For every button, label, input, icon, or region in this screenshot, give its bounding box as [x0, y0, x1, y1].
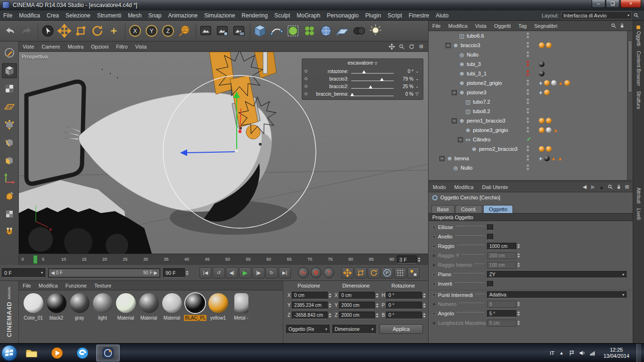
action-center-icon[interactable]: [568, 349, 576, 357]
value-field[interactable]: 5 cm: [487, 320, 516, 327]
collapse-toggle[interactable]: −: [452, 90, 457, 95]
orbit-icon[interactable]: [406, 42, 416, 51]
end-frame-field[interactable]: 90 F: [163, 268, 193, 278]
texture-tag-orange[interactable]: [546, 42, 552, 48]
side-tab-livelli[interactable]: Livelli: [636, 208, 641, 220]
chevron-down-icon[interactable]: ⌄: [415, 76, 419, 81]
apply-button[interactable]: Applica: [380, 324, 423, 334]
visibility-dots[interactable]: [527, 32, 529, 39]
material-menu-file[interactable]: File: [19, 283, 35, 288]
lock-move-button[interactable]: [341, 267, 354, 279]
primitive-cube-icon[interactable]: [252, 23, 268, 39]
keyframe-dot-icon[interactable]: [432, 273, 436, 276]
maximize-icon[interactable]: ⊞: [416, 42, 426, 51]
am-mode-modo[interactable]: Modo: [429, 184, 450, 190]
spinner-icon[interactable]: [423, 291, 426, 300]
value-field[interactable]: 8: [487, 301, 516, 308]
viewport-menu-opzioni[interactable]: Opzioni: [87, 44, 112, 49]
spinner-icon[interactable]: [376, 301, 379, 310]
value-field[interactable]: 1000 cm: [487, 243, 516, 250]
side-tab-oggetti[interactable]: Oggetti: [636, 25, 641, 46]
search-icon-menubar[interactable]: [632, 12, 640, 19]
hud-slider-handle[interactable]: [362, 68, 366, 74]
record-options-button[interactable]: ?: [323, 267, 334, 278]
timeline-playhead[interactable]: [33, 255, 38, 264]
warning-icon[interactable]: ▲: [558, 81, 563, 86]
viewport-menu-viste[interactable]: Viste: [19, 44, 38, 49]
last-tool-icon[interactable]: [106, 23, 122, 39]
visibility-dots[interactable]: [527, 41, 529, 48]
spinner-icon[interactable]: [418, 255, 421, 264]
viewport-menu-filtro[interactable]: Filtro: [112, 44, 131, 49]
visibility-dots[interactable]: [527, 51, 529, 58]
workplane-mode-icon[interactable]: [2, 99, 17, 114]
collapse-toggle[interactable]: −: [452, 118, 457, 123]
side-tab-struttura[interactable]: Struttura: [636, 91, 641, 109]
om-scrollbar-thumb[interactable]: [628, 41, 632, 92]
keyframe-circle-icon[interactable]: [305, 85, 307, 88]
enabled-check-icon[interactable]: ✓: [527, 136, 531, 142]
value-field[interactable]: 100 cm: [487, 262, 516, 269]
make-editable-icon[interactable]: [2, 45, 17, 60]
menu-item-mesh[interactable]: Mesh: [124, 11, 145, 20]
hud-slider-track[interactable]: [351, 69, 394, 74]
lock-scale-button[interactable]: [355, 267, 367, 279]
spinner-icon[interactable]: [423, 311, 426, 320]
mograph-icon[interactable]: [301, 23, 318, 39]
om-menu-vista[interactable]: Vista: [471, 23, 490, 29]
light-icon[interactable]: [367, 23, 384, 39]
spinner-icon[interactable]: [376, 291, 379, 300]
play-button[interactable]: ▶: [239, 267, 251, 279]
maximize-button[interactable]: ❏: [606, 0, 619, 8]
texture-tag-orange[interactable]: [539, 118, 545, 123]
spinner-icon[interactable]: [517, 300, 520, 308]
visibility-dots[interactable]: [527, 126, 529, 133]
checkbox[interactable]: [487, 234, 493, 240]
menu-item-simulazione[interactable]: Simulazione: [201, 11, 238, 20]
coord-value-field[interactable]: 0 cm: [292, 292, 328, 299]
pin-icon[interactable]: ▲: [597, 183, 606, 191]
material-item[interactable]: light: [91, 293, 114, 321]
tree-item-tubo8-2[interactable]: ◫tubo8.2: [429, 107, 627, 116]
environment-icon[interactable]: [351, 23, 367, 39]
spinner-icon[interactable]: [423, 301, 426, 310]
material-item[interactable]: Material: [137, 293, 160, 321]
lock-icon[interactable]: [618, 22, 626, 30]
spinner-icon[interactable]: [186, 269, 189, 277]
collapse-toggle[interactable]: −: [446, 43, 451, 48]
menu-item-aiuto[interactable]: Aiuto: [432, 11, 452, 20]
visibility-dots[interactable]: [527, 98, 529, 105]
keyframe-dot-icon[interactable]: [432, 282, 436, 286]
show-desktop-button[interactable]: [636, 344, 641, 362]
texture-tag-black[interactable]: [539, 61, 545, 67]
viewport-menu-mostra[interactable]: Mostra: [64, 44, 87, 49]
viewport-scene[interactable]: Prospettiva: [19, 52, 428, 254]
paint-tool-icon[interactable]: [2, 189, 17, 204]
spinner-icon[interactable]: [517, 242, 520, 250]
menu-item-modifica[interactable]: Modifica: [16, 11, 43, 20]
keyframe-dot-icon[interactable]: [432, 263, 436, 267]
texture-tile-icon[interactable]: [2, 206, 17, 222]
autokeying-button[interactable]: [311, 267, 322, 278]
start-frame-field[interactable]: 0 F ▾: [2, 268, 45, 278]
search-icon[interactable]: [609, 22, 618, 30]
constraint-tag-icon[interactable]: +: [539, 156, 543, 162]
checkbox[interactable]: [487, 281, 493, 287]
keyframe-dot-icon[interactable]: [432, 245, 436, 248]
coord-value-field[interactable]: 0 °: [386, 292, 422, 299]
material-menu-funzione[interactable]: Funzione: [62, 283, 91, 288]
spline-pen-icon[interactable]: [268, 23, 285, 39]
warning-icon[interactable]: ▲: [551, 156, 556, 161]
texture-tag-orange[interactable]: [564, 80, 570, 86]
visibility-dots[interactable]: [527, 164, 529, 171]
texture-tag-orange[interactable]: [539, 42, 545, 48]
dropdown-field[interactable]: ZY▾: [487, 271, 627, 278]
material-menu-modifica[interactable]: Modifica: [35, 283, 62, 288]
tree-item-tubi-3[interactable]: ⊕tubi_3: [429, 59, 627, 69]
menu-item-rendering[interactable]: Rendering: [239, 11, 271, 20]
coord-mode-dropdown[interactable]: Oggetto (Re ▾: [286, 325, 330, 334]
redo-icon[interactable]: [18, 23, 35, 39]
axis-y-icon[interactable]: Y: [143, 23, 160, 39]
texture-tag-orange[interactable]: [546, 146, 552, 152]
material-item[interactable]: Material: [114, 293, 137, 321]
